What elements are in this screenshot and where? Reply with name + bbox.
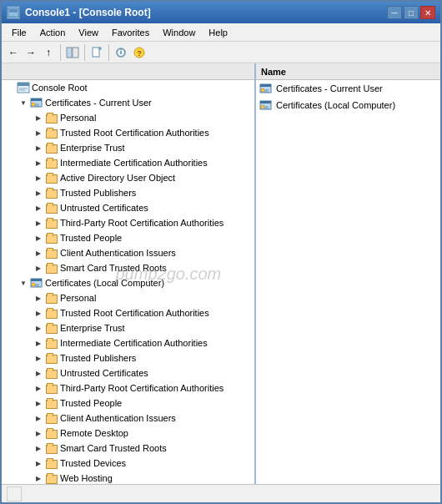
tree-expand-cu-personal[interactable]: ▶ bbox=[32, 110, 45, 125]
tree-item-cu-trusted-people[interactable]: ▶ Trusted People bbox=[2, 230, 254, 245]
svg-rect-5 bbox=[73, 48, 78, 58]
tree-label-cu-client-auth: Client Authentication Issuers bbox=[60, 248, 176, 258]
tree-expand-lc-web-hosting[interactable]: ▶ bbox=[32, 471, 45, 484]
tree-pane-header bbox=[2, 63, 254, 80]
lc-trusted-devices-icon bbox=[45, 456, 58, 470]
restore-button[interactable]: □ bbox=[404, 6, 419, 19]
tree-expand-cu-enterprise[interactable]: ▶ bbox=[32, 140, 45, 155]
tree-item-lc-client-auth[interactable]: ▶ Client Authentication Issuers bbox=[2, 411, 254, 426]
tree-item-cu-third-party[interactable]: ▶ Third-Party Root Certification Authori… bbox=[2, 215, 254, 230]
list-item-current-user-icon bbox=[259, 82, 273, 95]
tree-label-cu-active-directory: Active Directory User Object bbox=[60, 173, 175, 183]
tree-item-cu-untrusted[interactable]: ▶ Untrusted Certificates bbox=[2, 200, 254, 215]
svg-point-20 bbox=[32, 103, 35, 106]
menu-window[interactable]: Window bbox=[156, 23, 202, 41]
menu-help[interactable]: Help bbox=[202, 23, 234, 41]
tree-item-lc-personal[interactable]: ▶ Personal bbox=[2, 290, 254, 305]
tree-expand-cu-client-auth[interactable]: ▶ bbox=[32, 245, 45, 260]
tree-expand-certs-current-user[interactable]: ▼ bbox=[17, 95, 30, 110]
tree-expand-cu-third-party[interactable]: ▶ bbox=[32, 215, 45, 230]
tree-expand-lc-trusted-people[interactable]: ▶ bbox=[32, 396, 45, 411]
tree-expand-console-root[interactable] bbox=[3, 80, 17, 95]
toolbar: ← → ↑ bbox=[2, 42, 440, 63]
list-item-current-user[interactable]: Certificates - Current User bbox=[256, 80, 440, 97]
tree-item-lc-enterprise[interactable]: ▶ Enterprise Trust bbox=[2, 320, 254, 335]
status-bar bbox=[2, 484, 440, 502]
tree-item-lc-trusted-publishers[interactable]: ▶ Trusted Publishers bbox=[2, 350, 254, 365]
tree-expand-cu-untrusted[interactable]: ▶ bbox=[32, 200, 45, 215]
tree-item-cu-trusted-publishers[interactable]: ▶ Trusted Publishers bbox=[2, 185, 254, 200]
toolbar-back-icon[interactable]: ← bbox=[5, 44, 22, 61]
toolbar-group-2 bbox=[64, 44, 85, 61]
tree-expand-lc-third-party[interactable]: ▶ bbox=[32, 381, 45, 396]
tree-expand-lc-remote-desktop[interactable]: ▶ bbox=[32, 426, 45, 441]
tree-expand-lc-trusted-devices[interactable]: ▶ bbox=[32, 456, 45, 471]
svg-rect-29 bbox=[260, 84, 271, 87]
tree-expand-cu-intermediate[interactable]: ▶ bbox=[32, 155, 45, 170]
tree-expand-lc-untrusted[interactable]: ▶ bbox=[32, 365, 45, 381]
tree-expand-lc-enterprise[interactable]: ▶ bbox=[32, 320, 45, 335]
tree-expand-lc-personal[interactable]: ▶ bbox=[32, 290, 45, 305]
tree-item-lc-trusted-devices[interactable]: ▶ Trusted Devices bbox=[2, 456, 254, 471]
tree-item-cu-client-auth[interactable]: ▶ Client Authentication Issuers bbox=[2, 245, 254, 260]
toolbar-forward-icon[interactable]: → bbox=[23, 44, 39, 61]
toolbar-help-icon[interactable]: ? bbox=[131, 44, 148, 61]
tree-item-console-root[interactable]: Console Root bbox=[2, 80, 254, 95]
menu-view[interactable]: View bbox=[72, 23, 105, 41]
tree-item-cu-personal[interactable]: ▶ Personal bbox=[2, 110, 254, 125]
close-button[interactable]: ✕ bbox=[420, 6, 435, 19]
tree-expand-lc-trusted-publishers[interactable]: ▶ bbox=[32, 350, 45, 365]
tree-label-certs-local-computer: Certificates (Local Computer) bbox=[45, 278, 164, 288]
tree-expand-cu-trusted-people[interactable]: ▶ bbox=[32, 230, 45, 245]
tree-item-lc-intermediate[interactable]: ▶ Intermediate Certification Authorities bbox=[2, 335, 254, 350]
menu-file[interactable]: File bbox=[5, 23, 33, 41]
tree-item-lc-smart-card[interactable]: ▶ Smart Card Trusted Roots bbox=[2, 441, 254, 456]
tree-label-cu-enterprise: Enterprise Trust bbox=[60, 143, 125, 153]
svg-rect-6 bbox=[93, 48, 99, 57]
tree-expand-cu-trusted-root[interactable]: ▶ bbox=[32, 125, 45, 140]
lc-smart-card-icon bbox=[45, 441, 58, 455]
tree-label-cu-intermediate: Intermediate Certification Authorities bbox=[60, 158, 208, 168]
tree-expand-cu-trusted-publishers[interactable]: ▶ bbox=[32, 185, 45, 200]
tree-label-lc-smart-card: Smart Card Trusted Roots bbox=[60, 443, 167, 453]
list-item-local-computer[interactable]: Certificates (Local Computer) bbox=[256, 97, 440, 113]
tree-item-cu-active-directory[interactable]: ▶ Active Directory User Object bbox=[2, 170, 254, 185]
tree-item-cu-intermediate[interactable]: ▶ Intermediate Certification Authorities bbox=[2, 155, 254, 170]
tree-item-cu-enterprise[interactable]: ▶ Enterprise Trust bbox=[2, 140, 254, 155]
tree-expand-lc-trusted-root[interactable]: ▶ bbox=[32, 305, 45, 320]
menu-action[interactable]: Action bbox=[33, 23, 73, 41]
tree-item-cu-smart-card[interactable]: ▶ Smart Card Trusted Roots bbox=[2, 260, 254, 275]
toolbar-new-icon[interactable] bbox=[88, 44, 105, 61]
certs-local-computer-icon bbox=[30, 276, 43, 290]
tree-item-certs-current-user[interactable]: ▼ Certificates - Current User bbox=[2, 95, 254, 110]
svg-point-30 bbox=[261, 88, 264, 92]
cu-trusted-root-icon bbox=[45, 126, 58, 139]
tree-expand-lc-intermediate[interactable]: ▶ bbox=[32, 335, 45, 350]
cu-client-auth-icon bbox=[45, 246, 58, 260]
toolbar-properties-icon[interactable] bbox=[113, 44, 129, 61]
list-pane: Name Certificates - Current User bbox=[256, 63, 440, 484]
toolbar-show-hide-icon[interactable] bbox=[64, 44, 81, 61]
tree-expand-lc-client-auth[interactable]: ▶ bbox=[32, 411, 45, 426]
toolbar-up-icon[interactable]: ↑ bbox=[40, 44, 57, 61]
tree-label-lc-untrusted: Untrusted Certificates bbox=[60, 368, 148, 378]
minimize-button[interactable]: ─ bbox=[387, 6, 402, 19]
tree-label-cu-third-party: Third-Party Root Certification Authoriti… bbox=[60, 218, 224, 228]
tree-expand-cu-smart-card[interactable]: ▶ bbox=[32, 260, 45, 275]
tree-pane[interactable]: Console Root ▼ Certificates - Current Us… bbox=[2, 63, 256, 484]
list-pane-header: Name bbox=[256, 63, 440, 80]
menu-favorites[interactable]: Favorites bbox=[105, 23, 156, 41]
tree-item-cu-trusted-root[interactable]: ▶ Trusted Root Certification Authorities bbox=[2, 125, 254, 140]
tree-expand-cu-active-directory[interactable]: ▶ bbox=[32, 170, 45, 185]
tree-item-lc-trusted-root[interactable]: ▶ Trusted Root Certification Authorities bbox=[2, 305, 254, 320]
tree-expand-certs-local-computer[interactable]: ▼ bbox=[17, 275, 30, 290]
tree-item-lc-remote-desktop[interactable]: ▶ Remote Desktop bbox=[2, 426, 254, 441]
cu-enterprise-icon bbox=[45, 141, 58, 154]
tree-item-lc-untrusted[interactable]: ▶ Untrusted Certificates bbox=[2, 365, 254, 381]
tree-expand-lc-smart-card[interactable]: ▶ bbox=[32, 441, 45, 456]
title-bar-left: Console1 - [Console Root] bbox=[7, 6, 151, 19]
tree-item-lc-web-hosting[interactable]: ▶ Web Hosting bbox=[2, 471, 254, 484]
tree-item-certs-local-computer[interactable]: ▼ Certificates (Local Computer) bbox=[2, 275, 254, 290]
tree-item-lc-trusted-people[interactable]: ▶ Trusted People bbox=[2, 396, 254, 411]
tree-item-lc-third-party[interactable]: ▶ Third-Party Root Certification Authori… bbox=[2, 381, 254, 396]
